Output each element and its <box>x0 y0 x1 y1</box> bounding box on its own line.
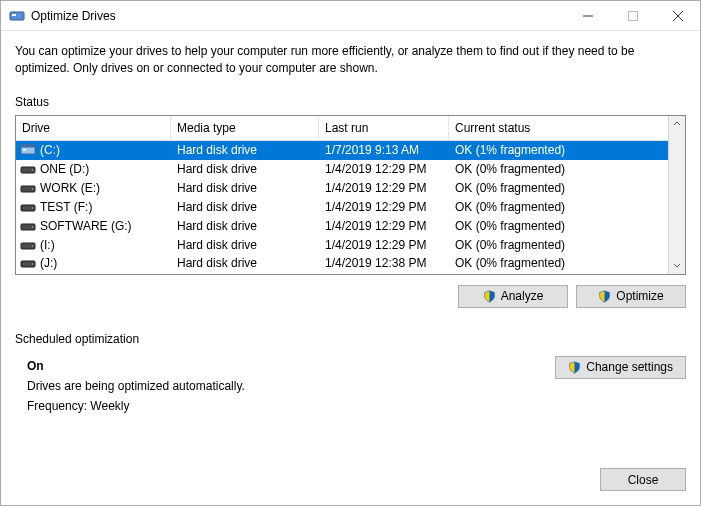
table-row[interactable]: ONE (D:)Hard disk drive1/4/2019 12:29 PM… <box>16 160 668 179</box>
drive-status: OK (0% fragmented) <box>449 238 668 252</box>
drive-icon <box>20 257 36 269</box>
maximize-button[interactable] <box>610 1 655 30</box>
drive-media: Hard disk drive <box>171 143 319 157</box>
table-row[interactable]: (J:)Hard disk drive1/4/2019 12:38 PMOK (… <box>16 255 668 271</box>
drive-icon <box>20 239 36 251</box>
close-window-button[interactable] <box>655 1 700 30</box>
drive-media: Hard disk drive <box>171 219 319 233</box>
intro-text: You can optimize your drives to help you… <box>15 43 686 77</box>
drive-last-run: 1/4/2019 12:29 PM <box>319 162 449 176</box>
close-button[interactable]: Close <box>600 468 686 491</box>
drive-last-run: 1/4/2019 12:29 PM <box>319 219 449 233</box>
analyze-button[interactable]: Analyze <box>458 285 568 308</box>
optimize-label: Optimize <box>616 289 663 303</box>
change-settings-label: Change settings <box>586 360 673 374</box>
table-row[interactable]: (C:)Hard disk drive1/7/2019 9:13 AMOK (1… <box>16 141 668 160</box>
drive-last-run: 1/4/2019 12:38 PM <box>319 256 449 270</box>
drive-media: Hard disk drive <box>171 200 319 214</box>
column-run[interactable]: Last run <box>319 116 449 140</box>
svg-point-10 <box>32 169 34 171</box>
svg-point-16 <box>32 226 34 228</box>
drive-last-run: 1/4/2019 12:29 PM <box>319 200 449 214</box>
analyze-label: Analyze <box>501 289 544 303</box>
minimize-button[interactable] <box>565 1 610 30</box>
sched-state: On <box>27 356 555 376</box>
drive-status: OK (0% fragmented) <box>449 162 668 176</box>
sched-desc: Drives are being optimized automatically… <box>27 376 555 396</box>
svg-rect-3 <box>628 11 637 20</box>
drive-media: Hard disk drive <box>171 162 319 176</box>
drives-table: Drive Media type Last run Current status… <box>15 115 686 275</box>
table-row[interactable]: (I:)Hard disk drive1/4/2019 12:29 PMOK (… <box>16 236 668 255</box>
column-media[interactable]: Media type <box>171 116 319 140</box>
shield-icon <box>483 290 496 303</box>
drive-last-run: 1/4/2019 12:29 PM <box>319 181 449 195</box>
window-buttons <box>565 1 700 30</box>
drive-name: SOFTWARE (G:) <box>40 219 132 233</box>
svg-point-12 <box>32 188 34 190</box>
table-row[interactable]: WORK (E:)Hard disk drive1/4/2019 12:29 P… <box>16 179 668 198</box>
sched-label: Scheduled optimization <box>15 332 686 346</box>
svg-rect-8 <box>23 149 26 151</box>
footer: Close <box>1 468 700 505</box>
svg-rect-7 <box>21 144 35 147</box>
drive-name: (I:) <box>40 238 55 252</box>
drive-name: WORK (E:) <box>40 181 100 195</box>
drive-icon <box>20 144 36 156</box>
svg-point-14 <box>32 207 34 209</box>
scroll-track[interactable] <box>669 133 685 257</box>
drive-media: Hard disk drive <box>171 238 319 252</box>
drive-icon <box>20 182 36 194</box>
drive-icon <box>20 201 36 213</box>
drive-media: Hard disk drive <box>171 256 319 270</box>
window-title: Optimize Drives <box>31 9 565 23</box>
column-status[interactable]: Current status <box>449 116 668 140</box>
drive-status: OK (1% fragmented) <box>449 143 668 157</box>
shield-icon <box>568 361 581 374</box>
column-drive[interactable]: Drive <box>16 116 171 140</box>
drive-name: (C:) <box>40 143 60 157</box>
sched-freq: Frequency: Weekly <box>27 396 555 416</box>
drive-icon <box>20 163 36 175</box>
drive-status: OK (0% fragmented) <box>449 181 668 195</box>
drive-last-run: 1/4/2019 12:29 PM <box>319 238 449 252</box>
optimize-button[interactable]: Optimize <box>576 285 686 308</box>
drive-last-run: 1/7/2019 9:13 AM <box>319 143 449 157</box>
drive-media: Hard disk drive <box>171 181 319 195</box>
app-icon <box>9 8 25 24</box>
content-area: You can optimize your drives to help you… <box>1 31 700 468</box>
table-header: Drive Media type Last run Current status <box>16 116 668 141</box>
vertical-scrollbar[interactable] <box>668 116 685 274</box>
close-label: Close <box>628 473 659 487</box>
drive-status: OK (0% fragmented) <box>449 219 668 233</box>
svg-point-20 <box>32 263 34 265</box>
table-row[interactable]: TEST (F:)Hard disk drive1/4/2019 12:29 P… <box>16 198 668 217</box>
scroll-down-icon[interactable] <box>669 257 685 274</box>
drive-name: (J:) <box>40 256 57 270</box>
titlebar: Optimize Drives <box>1 1 700 31</box>
svg-rect-1 <box>12 14 16 16</box>
drive-name: ONE (D:) <box>40 162 89 176</box>
action-buttons: Analyze Optimize <box>15 285 686 308</box>
scheduled-optimization: Scheduled optimization On Drives are bei… <box>15 332 686 417</box>
change-settings-button[interactable]: Change settings <box>555 356 686 379</box>
drive-name: TEST (F:) <box>40 200 92 214</box>
scroll-up-icon[interactable] <box>669 116 685 133</box>
svg-point-18 <box>32 245 34 247</box>
table-row[interactable]: SOFTWARE (G:)Hard disk drive1/4/2019 12:… <box>16 217 668 236</box>
shield-icon <box>598 290 611 303</box>
drive-status: OK (0% fragmented) <box>449 200 668 214</box>
drive-icon <box>20 220 36 232</box>
drive-status: OK (0% fragmented) <box>449 256 668 270</box>
status-label: Status <box>15 95 686 109</box>
